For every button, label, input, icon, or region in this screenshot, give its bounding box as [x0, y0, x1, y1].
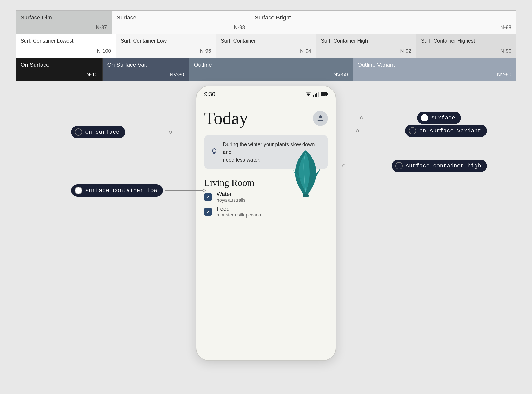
swatch-sc-highest-label: Surf. Container Highest — [421, 38, 511, 44]
phone-title: Today — [204, 108, 248, 128]
sc-high-pill: surface container high — [392, 160, 487, 172]
task-text-feed: Feed monstera siltepecana — [217, 206, 261, 218]
avatar-button[interactable] — [313, 111, 328, 126]
wifi-icon — [305, 92, 312, 97]
swatch-on-surface-var-value: NV-30 — [170, 72, 184, 78]
svg-rect-2 — [313, 95, 314, 97]
swatch-outline-var: Outline Variant NV-80 — [353, 58, 516, 81]
clock: 9:30 — [204, 91, 215, 98]
swatch-outline-label: Outline — [194, 62, 348, 68]
task-action-feed: Feed — [217, 206, 261, 212]
swatch-outline-var-value: NV-80 — [497, 72, 511, 78]
annotation-surface-container-high: surface container high — [392, 160, 487, 172]
on-surface-variant-label: on-surface variant — [419, 128, 481, 134]
swatch-surface-bright-value: N-98 — [500, 24, 511, 30]
plant-illustration — [289, 140, 323, 197]
on-surface-dot — [169, 131, 172, 134]
swatch-sc-lowest: Surf. Container Lowest N-100 — [16, 34, 116, 58]
on-surface-pill: on-surface — [71, 126, 125, 138]
swatch-row-2: Surf. Container Lowest N-100 Surf. Conta… — [16, 34, 516, 58]
task-list: ✓ Water hoya australis ✓ Feed monstera s… — [204, 191, 328, 218]
on-surface-variant-pill: on-surface variant — [405, 125, 487, 137]
person-icon — [316, 114, 324, 123]
sc-low-circle — [75, 187, 82, 194]
sc-low-line — [165, 190, 203, 191]
sc-high-line — [345, 166, 390, 166]
swatch-sc: Surf. Container N-94 — [216, 34, 316, 58]
on-surface-label: on-surface — [85, 129, 119, 135]
svg-marker-1 — [305, 92, 311, 94]
status-bar: 9:30 — [196, 86, 336, 100]
task-plant-water: hoya australis — [217, 198, 245, 203]
swatch-sc-value: N-94 — [300, 48, 311, 54]
sc-low-dot — [203, 189, 206, 192]
on-surface-variant-line — [359, 131, 403, 131]
swatch-surface-value: N-98 — [234, 24, 245, 30]
swatch-surface-dim-value: N-87 — [96, 24, 107, 30]
swatch-sc-low-label: Surf. Container Low — [121, 38, 211, 44]
swatch-sc-lowest-label: Surf. Container Lowest — [21, 38, 111, 44]
annotation-surface: surface — [417, 112, 461, 124]
on-surface-variant-dot — [356, 129, 359, 132]
swatch-outline: Outline NV-50 — [189, 58, 353, 81]
task-checkbox-feed[interactable]: ✓ — [204, 208, 212, 216]
svg-point-10 — [212, 149, 216, 152]
swatch-surface-dim: Surface Dim N-87 — [16, 11, 112, 34]
task-checkbox-water[interactable]: ✓ — [204, 193, 212, 201]
svg-marker-0 — [307, 94, 310, 96]
swatch-sc-high-value: N-92 — [400, 48, 411, 54]
swatch-on-surface-var-label: On Surface Var. — [107, 62, 184, 68]
swatch-sc-highest-value: N-90 — [500, 48, 511, 54]
swatch-on-surface-var: On Surface Var. NV-30 — [103, 58, 189, 81]
phone-mockup: 9:30 — [196, 86, 336, 361]
surface-circle — [421, 114, 428, 121]
on-surface-line — [127, 132, 169, 132]
svg-rect-5 — [318, 92, 319, 97]
battery-icon — [321, 92, 328, 97]
task-action-water: Water — [217, 191, 245, 198]
swatch-on-surface-value: N-10 — [86, 72, 97, 78]
surface-line — [363, 118, 409, 118]
swatch-sc-low: Surf. Container Low N-96 — [116, 34, 216, 58]
swatch-row-3: On Surface N-10 On Surface Var. NV-30 Ou… — [16, 58, 516, 81]
task-item-feed: ✓ Feed monstera siltepecana — [204, 206, 328, 218]
sc-high-circle — [395, 162, 403, 169]
annotation-surface-container-low: surface container low — [71, 184, 163, 197]
phone-content: Today During t — [196, 100, 336, 220]
swatch-surface: Surface N-98 — [112, 11, 250, 34]
swatch-sc-lowest-value: N-100 — [97, 48, 111, 54]
sc-high-dot — [342, 164, 345, 167]
swatch-outline-var-label: Outline Variant — [357, 62, 511, 68]
on-surface-circle — [75, 128, 82, 136]
status-icons — [305, 92, 328, 97]
on-surface-variant-circle — [409, 127, 416, 134]
sc-low-pill: surface container low — [71, 184, 163, 197]
swatch-sc-highest: Surf. Container Highest N-90 — [416, 34, 516, 58]
svg-rect-4 — [316, 93, 317, 97]
task-plant-feed: monstera siltepecana — [217, 212, 261, 218]
swatch-sc-high: Surf. Container High N-92 — [316, 34, 416, 58]
swatch-sc-high-label: Surf. Container High — [321, 38, 411, 44]
task-text-water: Water hoya australis — [217, 191, 245, 203]
phone-frame: 9:30 — [196, 86, 336, 361]
svg-rect-7 — [321, 93, 326, 96]
swatch-outline-value: NV-50 — [333, 72, 348, 78]
svg-rect-8 — [327, 93, 328, 95]
swatches-section: Surface Dim N-87 Surface N-98 Surface Br… — [16, 10, 516, 81]
phone-header: Today — [204, 103, 328, 131]
swatch-on-surface: On Surface N-10 — [16, 58, 103, 81]
sc-high-label: surface container high — [406, 163, 481, 169]
swatch-surface-bright-label: Surface Bright — [255, 14, 511, 21]
bulb-icon — [210, 147, 218, 157]
svg-rect-3 — [315, 94, 316, 97]
swatch-row-1: Surface Dim N-87 Surface N-98 Surface Br… — [16, 10, 516, 34]
swatch-sc-label: Surf. Container — [221, 38, 311, 44]
swatch-surface-dim-label: Surface Dim — [21, 14, 107, 21]
annotation-on-surface-variant: on-surface variant — [405, 125, 487, 137]
surface-pill: surface — [417, 112, 461, 124]
swatch-surface-bright: Surface Bright N-98 — [250, 11, 516, 34]
swatch-on-surface-label: On Surface — [21, 62, 98, 68]
annotation-on-surface: on-surface — [71, 126, 125, 138]
sc-low-label: surface container low — [85, 187, 157, 194]
swatch-sc-low-value: N-96 — [200, 48, 211, 54]
